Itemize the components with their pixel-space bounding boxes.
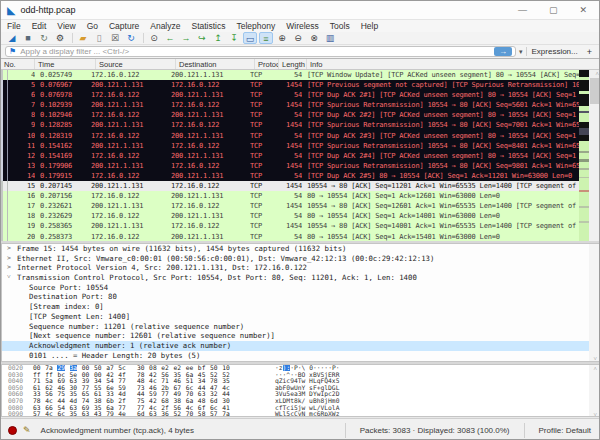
hex-byte[interactable]: 42	[149, 397, 157, 404]
close-file-icon[interactable]: ☒	[108, 32, 122, 44]
hex-scroll-down-icon[interactable]: ˅	[594, 411, 597, 417]
packet-row-20[interactable]: 200.258373172.16.0.122200.121.1.131TCP54…	[1, 232, 600, 242]
restart-capture-icon[interactable]: ↻	[37, 32, 51, 44]
packet-row-8[interactable]: 80.102946172.16.0.122200.121.1.131TCP54[…	[1, 110, 600, 120]
packet-row-5[interactable]: 50.076967200.121.1.131172.16.0.122TCP145…	[1, 80, 600, 90]
detail-line-3[interactable]: ˅Transmission Control Protocol, Src Port…	[2, 273, 600, 283]
packet-row-10[interactable]: 100.128319172.16.0.122200.121.1.131TCP54…	[1, 131, 600, 141]
menu-go[interactable]: Go	[87, 21, 98, 31]
hex-byte[interactable]: 57	[33, 410, 41, 417]
hex-byte[interactable]: 63	[82, 410, 90, 417]
hex-byte[interactable]: 6d	[137, 410, 145, 417]
capture-options-icon[interactable]: ⚙	[53, 32, 67, 44]
hex-byte[interactable]: e2	[161, 364, 169, 371]
zoom-reset-icon[interactable]: ⊗	[307, 32, 321, 44]
hex-byte[interactable]: 75	[137, 397, 145, 404]
hex-byte[interactable]: 50	[210, 364, 218, 371]
open-file-icon[interactable]: ▰	[76, 32, 90, 44]
hex-byte[interactable]: 4c	[45, 397, 53, 404]
menu-view[interactable]: View	[57, 21, 75, 31]
menu-file[interactable]: File	[7, 21, 21, 31]
add-filter-button[interactable]: +	[582, 47, 597, 57]
column-header-protocol[interactable]: Protocol	[255, 59, 279, 69]
hex-byte[interactable]: 78	[33, 397, 41, 404]
column-header-length[interactable]: Length	[279, 59, 307, 69]
hex-byte[interactable]: 10	[222, 364, 230, 371]
filter-dropdown-caret-icon[interactable]: ▾	[519, 48, 523, 56]
hex-byte[interactable]: 4d	[70, 397, 78, 404]
hex-byte[interactable]: e2	[173, 364, 181, 371]
maximize-button[interactable]: ▢	[549, 5, 558, 15]
hex-byte[interactable]: 57	[210, 410, 218, 417]
hex-byte[interactable]: 6a	[186, 397, 194, 404]
menu-analyze[interactable]: Analyze	[150, 21, 180, 31]
column-header-info[interactable]: Info	[307, 59, 600, 69]
column-header-time[interactable]: Time	[35, 59, 96, 69]
start-capture-icon[interactable]: ◢	[5, 32, 19, 44]
hex-byte[interactable]: 30	[222, 397, 230, 404]
hex-byte[interactable]: 6d	[210, 397, 218, 404]
packet-row-11[interactable]: 110.154162200.121.1.131172.16.0.122TCP14…	[1, 141, 600, 151]
minimize-button[interactable]: —	[518, 5, 527, 15]
hex-byte[interactable]: 70	[186, 410, 194, 417]
hex-byte[interactable]: 48	[198, 397, 206, 404]
go-to-packet-icon[interactable]: ↪	[195, 32, 209, 44]
display-filter-input[interactable]: ⚑ Apply a display filter ... <Ctrl-/> →	[5, 46, 516, 57]
go-first-icon[interactable]: ↥	[211, 32, 225, 44]
packet-row-6[interactable]: 60.076978172.16.0.122200.121.1.131TCP54[…	[1, 90, 600, 100]
hex-byte[interactable]: 74	[82, 397, 90, 404]
scroll-up-icon[interactable]: ˄	[596, 70, 599, 77]
hex-byte[interactable]: 7a	[222, 410, 230, 417]
packet-row-4[interactable]: 40.025749172.16.0.122200.121.1.131TCP54[…	[1, 70, 600, 80]
stop-capture-icon[interactable]: ■	[21, 32, 35, 44]
hex-byte[interactable]: 50	[94, 364, 102, 371]
capture-comment-icon[interactable]: ✎	[23, 425, 31, 435]
packet-row-13[interactable]: 130.179906200.121.1.131172.16.0.122TCP14…	[1, 161, 600, 171]
hex-byte[interactable]: 44	[57, 397, 65, 404]
packet-row-15[interactable]: 150.207145200.121.1.131172.16.0.122TCP14…	[1, 181, 600, 191]
hex-byte[interactable]: 2f	[118, 397, 126, 404]
hex-byte[interactable]: 58	[198, 410, 206, 417]
detail-line-4[interactable]: Source Port: 10554	[2, 283, 600, 293]
close-button[interactable]: ✕	[579, 5, 587, 15]
go-forward-icon[interactable]: →	[179, 32, 193, 44]
expression-button[interactable]: Expression...	[526, 47, 581, 56]
column-header-source[interactable]: Source	[96, 59, 176, 69]
zoom-in-icon[interactable]: ⊕	[275, 32, 289, 44]
packet-row-18[interactable]: 180.232629172.16.0.122200.121.1.131TCP54…	[1, 211, 600, 221]
expander-icon[interactable]: >	[7, 263, 11, 273]
packet-row-16[interactable]: 160.207156172.16.0.122200.121.1.131TCP54…	[1, 191, 600, 201]
detail-line-0[interactable]: >Frame 15: 1454 bytes on wire (11632 bit…	[2, 244, 600, 254]
hex-byte[interactable]: 08	[149, 364, 157, 371]
save-file-icon[interactable]: ▯	[92, 32, 106, 44]
auto-scroll-icon[interactable]: ▭	[243, 32, 257, 44]
detail-line-5[interactable]: Destination Port: 80	[2, 292, 600, 302]
hex-byte[interactable]: 43	[94, 410, 102, 417]
packet-row-14[interactable]: 140.179915172.16.0.122200.121.1.131TCP54…	[1, 171, 600, 181]
menu-wireless[interactable]: Wireless	[286, 21, 319, 31]
menu-edit[interactable]: Edit	[32, 21, 47, 31]
detail-line-7[interactable]: [TCP Segment Len: 1400]	[2, 312, 600, 322]
packet-row-19[interactable]: 190.258365200.121.1.131172.16.0.122TCP14…	[1, 221, 600, 231]
hex-byte[interactable]: 38	[173, 397, 181, 404]
column-header-no[interactable]: No.	[1, 59, 35, 69]
expander-icon[interactable]: ˅	[7, 273, 11, 283]
hex-byte[interactable]: 5c	[118, 364, 126, 371]
hex-byte[interactable]: a7	[106, 364, 114, 371]
hex-byte[interactable]: 29	[57, 364, 65, 371]
hex-byte[interactable]: 6b	[106, 397, 114, 404]
hex-byte[interactable]: 30	[137, 364, 145, 371]
hex-byte[interactable]: 36	[161, 410, 169, 417]
packet-row-7[interactable]: 70.102939200.121.1.131172.16.0.122TCP145…	[1, 100, 600, 110]
hex-byte[interactable]: 79	[106, 410, 114, 417]
profile-status[interactable]: Profile: Default	[525, 423, 600, 438]
hex-byte[interactable]: 52	[173, 410, 181, 417]
zoom-out-icon[interactable]: ⊖	[291, 32, 305, 44]
go-last-icon[interactable]: ↧	[227, 32, 241, 44]
packet-row-9[interactable]: 90.128285200.121.1.131172.16.0.122TCP145…	[1, 120, 600, 130]
detail-line-11[interactable]: 0101 .... = Header Length: 20 bytes (5)	[2, 351, 600, 361]
scrollbar-thumb[interactable]	[590, 78, 600, 104]
menu-telephony[interactable]: Telephony	[237, 21, 276, 31]
hex-byte[interactable]: 7a	[45, 364, 53, 371]
colorize-icon[interactable]: ≡	[259, 32, 273, 44]
